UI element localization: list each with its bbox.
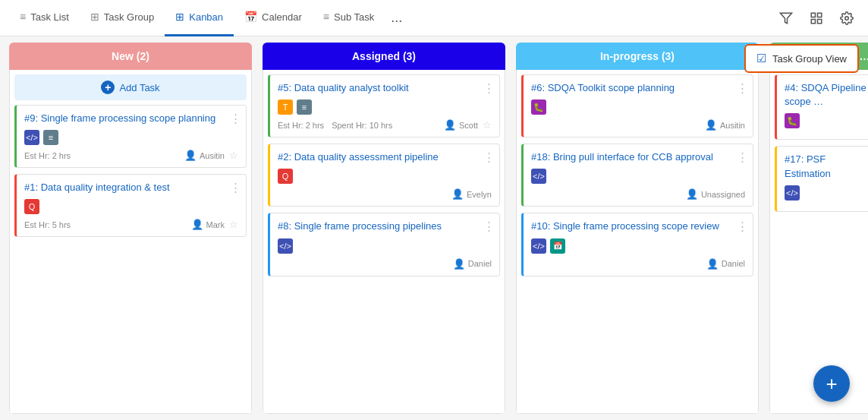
task-icons-2: Q — [278, 169, 492, 184]
tab-task-list[interactable]: ≡ Task List — [9, 0, 80, 36]
tab-task-group-label: Task Group — [104, 11, 154, 23]
filter-icon — [779, 11, 793, 25]
cal-icon-10: 📅 — [550, 238, 565, 254]
layout-icon — [810, 11, 823, 25]
assignee-name-9: Ausitin — [200, 151, 225, 160]
column-resolved: Resolved (D… #4: SDQA Pipeline scope … 🐛… — [769, 43, 868, 414]
task-card-9: ⋮ #9: Single frame processing scope plan… — [14, 105, 247, 168]
task-group-view-button[interactable]: ☑ Task Group View — [744, 44, 859, 73]
task-meta-right-1: 👤 Mark ☆ — [191, 219, 238, 230]
task-meta-1: Est Hr: 5 hrs 👤 Mark ☆ — [24, 219, 238, 230]
settings-button[interactable] — [835, 6, 859, 30]
task-card-8: ⋮ #8: Single frame processing pipelines … — [268, 213, 500, 276]
more-menu-icon-10[interactable]: ⋮ — [737, 219, 748, 233]
kanban-board: New (2) + Add Task ⋮ #9: Single frame pr… — [0, 36, 868, 420]
task-meta-18: 👤 Unassigned — [531, 188, 745, 200]
task-icons-9: </> ≡ — [24, 130, 238, 145]
tab-calendar[interactable]: 📅 Calendar — [234, 0, 313, 36]
assignee-1: 👤 Mark — [191, 219, 225, 230]
more-menu-icon-6[interactable]: ⋮ — [737, 81, 748, 95]
tab-sub-task[interactable]: ≡ Sub Task — [313, 0, 385, 36]
more-menu-icon-8[interactable]: ⋮ — [483, 219, 495, 233]
task-card-6: ⋮ #6: SDQA Toolkit scope planning 🐛 👤 Au… — [521, 74, 753, 137]
tab-task-group[interactable]: ⊞ Task Group — [80, 0, 165, 36]
est-hrs-9: Est Hr: 2 hrs — [24, 151, 71, 160]
task-icons-10: </> 📅 — [531, 238, 745, 254]
assignee-6: 👤 Ausitin — [705, 119, 745, 131]
task-meta-left-1: Est Hr: 5 hrs — [24, 220, 71, 229]
task-card-5: ⋮ #5: Data quality analyst toolkit T ≡ E… — [268, 74, 500, 137]
assignee-name-2: Evelyn — [467, 190, 492, 199]
task-title-18[interactable]: #18: Bring pull interface for CCB approv… — [531, 150, 745, 164]
column-in-progress: In-progress (3) ⋮ #6: SDQA Toolkit scope… — [516, 43, 759, 414]
task-icons-1: Q — [24, 199, 238, 214]
task-title-5[interactable]: #5: Data quality analyst toolkit — [278, 81, 492, 95]
nav-tabs: ≡ Task List ⊞ Task Group ⊞ Kanban 📅 Cale… — [9, 0, 774, 36]
more-menu-icon-2[interactable]: ⋮ — [483, 150, 495, 164]
column-assigned-header: Assigned (3) — [263, 43, 505, 70]
more-button[interactable]: ... — [385, 10, 408, 26]
assignee-name-10: Daniel — [722, 259, 745, 268]
star-icon-9[interactable]: ☆ — [229, 150, 238, 161]
fab-add-button[interactable]: + — [813, 365, 850, 402]
task-title-8[interactable]: #8: Single frame processing pipelines — [278, 219, 492, 233]
est-hrs-1: Est Hr: 5 hrs — [24, 220, 71, 229]
settings-icon — [840, 11, 854, 25]
task-meta-2: 👤 Evelyn — [278, 188, 492, 200]
task-card-17: #17: PSF Estimation </> — [775, 146, 868, 211]
task-icon-5: T — [278, 99, 293, 115]
assignee-9: 👤 Ausitin — [184, 150, 225, 161]
assignee-2: 👤 Evelyn — [451, 188, 492, 200]
dev-icon-9: </> — [24, 130, 39, 145]
task-meta-10: 👤 Daniel — [531, 258, 745, 270]
assignee-name-18: Unassigned — [701, 190, 745, 199]
person-icon-6: 👤 — [705, 119, 717, 131]
task-icons-18: </> — [531, 169, 745, 184]
assignee-10: 👤 Daniel — [706, 258, 745, 270]
column-new: New (2) + Add Task ⋮ #9: Single frame pr… — [9, 43, 252, 414]
assignee-5: 👤 Scott — [444, 119, 478, 131]
person-icon-1: 👤 — [191, 219, 203, 230]
task-title-9[interactable]: #9: Single frame processing scope planni… — [24, 112, 238, 125]
add-task-button[interactable]: + Add Task — [14, 74, 247, 100]
dev-icon-8: </> — [278, 238, 293, 254]
assignee-name-1: Mark — [206, 220, 225, 229]
more-menu-icon-18[interactable]: ⋮ — [737, 150, 748, 164]
plus-icon: + — [101, 81, 115, 94]
calendar-icon: 📅 — [244, 11, 257, 23]
task-title-1[interactable]: #1: Data quality integration & test — [24, 181, 238, 194]
task-card-18: ⋮ #18: Bring pull interface for CCB appr… — [521, 144, 753, 207]
task-title-10[interactable]: #10: Single frame processing scope revie… — [531, 219, 745, 233]
dev-icon-18: </> — [531, 169, 546, 184]
task-icons-17: </> — [785, 185, 868, 201]
dev-icon-17: </> — [785, 185, 800, 201]
doc-icon-9: ≡ — [43, 130, 58, 145]
layout-button[interactable] — [804, 6, 829, 30]
more-menu-icon-5[interactable]: ⋮ — [483, 81, 495, 95]
svg-rect-2 — [818, 13, 822, 17]
filter-button[interactable] — [774, 6, 798, 30]
star-icon-1[interactable]: ☆ — [229, 219, 238, 230]
task-title-17[interactable]: #17: PSF Estimation — [785, 153, 868, 180]
task-title-6[interactable]: #6: SDQA Toolkit scope planning — [531, 81, 745, 95]
task-title-4[interactable]: #4: SDQA Pipeline scope … — [785, 81, 868, 109]
bug-icon-4: 🐛 — [785, 113, 800, 128]
star-icon-5[interactable]: ☆ — [483, 119, 492, 131]
person-icon-2: 👤 — [451, 188, 464, 200]
task-title-2[interactable]: #2: Data quality assessment pipeline — [278, 150, 492, 164]
tab-calendar-label: Calendar — [262, 11, 302, 23]
tab-kanban[interactable]: ⊞ Kanban — [165, 0, 234, 36]
add-task-label: Add Task — [119, 82, 159, 93]
task-meta-right-6: 👤 Ausitin — [705, 119, 745, 131]
kanban-icon: ⊞ — [175, 11, 184, 23]
more-menu-icon-1[interactable]: ⋮ — [230, 181, 241, 194]
svg-rect-1 — [811, 13, 815, 17]
person-icon-9: 👤 — [184, 150, 197, 161]
task-meta-right-18: 👤 Unassigned — [686, 188, 745, 200]
task-meta-right-5: 👤 Scott ☆ — [444, 119, 492, 131]
task-meta-5: Est Hr: 2 hrs Spent Hr: 10 hrs 👤 Scott ☆ — [278, 119, 492, 131]
sub-task-icon: ≡ — [323, 11, 329, 23]
more-menu-icon-9[interactable]: ⋮ — [230, 112, 241, 125]
top-nav: ≡ Task List ⊞ Task Group ⊞ Kanban 📅 Cale… — [0, 0, 868, 36]
task-card-2: ⋮ #2: Data quality assessment pipeline Q… — [268, 144, 500, 207]
